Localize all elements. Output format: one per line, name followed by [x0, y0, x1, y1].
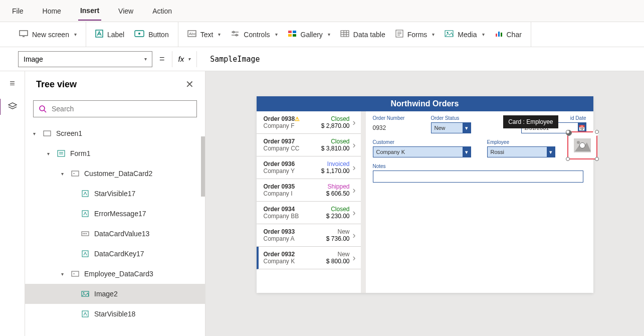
tree-node-employee-datacard[interactable]: ▾ Employee_DataCard3 — [25, 264, 205, 284]
notes-input[interactable] — [373, 171, 583, 183]
svg-rect-43 — [82, 251, 88, 257]
canvas: Northwind Orders Order 0938⚠Company FClo… — [205, 71, 644, 336]
forms-dropdown[interactable]: Forms ▾ — [395, 30, 435, 39]
search-icon — [39, 105, 47, 113]
tree-node-errormessage17[interactable]: ErrorMessage17 — [25, 204, 205, 224]
image2-control[interactable] — [567, 131, 597, 159]
svg-rect-27 — [498, 32, 500, 37]
svg-point-50 — [577, 141, 580, 144]
tree-label: StarVisible18 — [94, 310, 135, 318]
formula-input[interactable] — [204, 51, 644, 67]
chevron-down-icon: ▾ — [218, 32, 221, 37]
media-dropdown[interactable]: Media ▾ — [445, 30, 484, 39]
close-icon[interactable]: ✕ — [185, 78, 194, 90]
chevron-right-icon: › — [353, 253, 356, 263]
gallery-label: Gallery — [301, 31, 323, 39]
tree-label: DataCardKey17 — [94, 250, 144, 258]
gallery-dropdown[interactable]: Gallery ▾ — [288, 30, 330, 39]
chevron-right-icon: › — [353, 230, 356, 241]
menubar: File Home Insert View Action — [0, 0, 644, 22]
app-preview: Northwind Orders Order 0938⚠Company FClo… — [257, 96, 593, 293]
svg-rect-12 — [293, 31, 296, 33]
tree-node-starvisible17[interactable]: StarVisible17 — [25, 184, 205, 204]
tree-node-form1[interactable]: ▾ Form1 — [25, 143, 205, 163]
tree-node-datacardkey17[interactable]: DataCardKey17 — [25, 244, 205, 264]
search-input[interactable] — [52, 105, 191, 113]
order-item[interactable]: Order 0938⚠Company FClosed$ 2,870.00› — [257, 111, 361, 134]
tree-node-datacardvalue13[interactable]: DataCardValue13 — [25, 224, 205, 244]
button-button[interactable]: Button — [134, 30, 168, 39]
chevron-right-icon: › — [353, 140, 356, 150]
label-icon — [80, 250, 90, 257]
svg-point-42 — [86, 233, 87, 234]
tree-label: ErrorMessage17 — [94, 210, 146, 218]
text-icon: Abc — [187, 30, 196, 39]
svg-point-4 — [138, 33, 140, 35]
label-button[interactable]: Label — [95, 30, 124, 39]
svg-text:Abc: Abc — [189, 32, 196, 36]
order-item[interactable]: Order 0932Company KNew$ 800.00› — [257, 247, 361, 269]
employee-label: Employee — [487, 139, 555, 145]
tree-node-image2[interactable]: Image2 — [25, 284, 205, 304]
equals-sign: = — [159, 54, 165, 64]
button-icon — [134, 30, 144, 39]
property-selector[interactable]: Image ▾ — [18, 51, 152, 67]
label-text: Label — [107, 31, 124, 39]
svg-rect-11 — [288, 31, 292, 33]
svg-rect-31 — [44, 131, 51, 136]
customer-label: Customer — [373, 139, 471, 145]
customer-dropdown[interactable]: Company K▾ — [373, 146, 471, 157]
svg-rect-26 — [496, 34, 497, 37]
svg-point-47 — [83, 292, 84, 293]
tree-label: Employee_DataCard3 — [84, 270, 153, 278]
tree-search[interactable] — [33, 100, 197, 117]
menu-view[interactable]: View — [116, 2, 135, 20]
order-item[interactable]: Order 0937Company CCClosed$ 3,810.00› — [257, 134, 361, 156]
tree-node-starvisible18[interactable]: StarVisible18 — [25, 304, 205, 324]
tree-node-customer-datacard[interactable]: ▾ Customer_DataCard2 — [25, 163, 205, 184]
caret-icon: ▾ — [47, 151, 52, 156]
order-gallery[interactable]: Order 0938⚠Company FClosed$ 2,870.00›Ord… — [257, 111, 366, 293]
order-item[interactable]: Order 0935Company IShipped$ 606.50› — [257, 179, 361, 202]
order-item[interactable]: Order 0936Company YInvoiced$ 1,170.00› — [257, 156, 361, 179]
new-screen-label: New screen — [32, 31, 69, 39]
media-label: Media — [458, 31, 477, 39]
chart-button[interactable]: Char — [495, 30, 522, 39]
order-item[interactable]: Order 0933Company ANew$ 736.00› — [257, 224, 361, 247]
text-label: Text — [200, 31, 213, 39]
new-screen-button[interactable]: New screen ▾ — [19, 30, 77, 39]
menu-action[interactable]: Action — [150, 2, 174, 20]
caret-icon: ▾ — [33, 131, 38, 136]
notes-label: Notes — [373, 163, 583, 169]
menu-home[interactable]: Home — [41, 2, 63, 20]
form-icon — [56, 150, 66, 157]
order-status-dropdown[interactable]: New▾ — [431, 122, 471, 133]
caret-icon: ▾ — [61, 171, 66, 177]
tree-label: Screen1 — [56, 129, 82, 137]
tree-label: DataCardValue13 — [94, 230, 149, 238]
tree-view-icon[interactable] — [0, 99, 18, 115]
tree-node-screen1[interactable]: ▾ Screen1 — [25, 123, 205, 143]
fx-button[interactable]: fx▾ — [172, 51, 197, 67]
label-icon — [95, 30, 103, 39]
tree-label: Form1 — [70, 149, 90, 157]
menu-file[interactable]: File — [10, 2, 26, 20]
order-item[interactable]: Order 0934Company BBClosed$ 230.00› — [257, 202, 361, 224]
text-dropdown[interactable]: Abc Text ▾ — [187, 30, 221, 39]
menu-insert[interactable]: Insert — [78, 2, 101, 21]
chevron-down-icon: ▾ — [188, 56, 190, 62]
tree-title: Tree view — [36, 79, 77, 90]
controls-dropdown[interactable]: Controls ▾ — [231, 30, 277, 39]
hamburger-icon[interactable]: ≡ — [10, 78, 15, 89]
employee-dropdown[interactable]: Rossi▾ — [487, 146, 555, 157]
media-icon — [445, 30, 454, 39]
data-table-button[interactable]: Data table — [340, 30, 385, 39]
image-icon — [80, 291, 90, 297]
order-status-label: Order Status — [431, 115, 471, 121]
svg-point-25 — [447, 32, 449, 34]
order-number-value: 0932 — [373, 122, 423, 131]
scrollbar-thumb[interactable] — [201, 136, 205, 197]
tree-label: Customer_DataCard2 — [84, 170, 152, 178]
property-name: Image — [24, 55, 43, 63]
forms-icon — [395, 30, 403, 39]
